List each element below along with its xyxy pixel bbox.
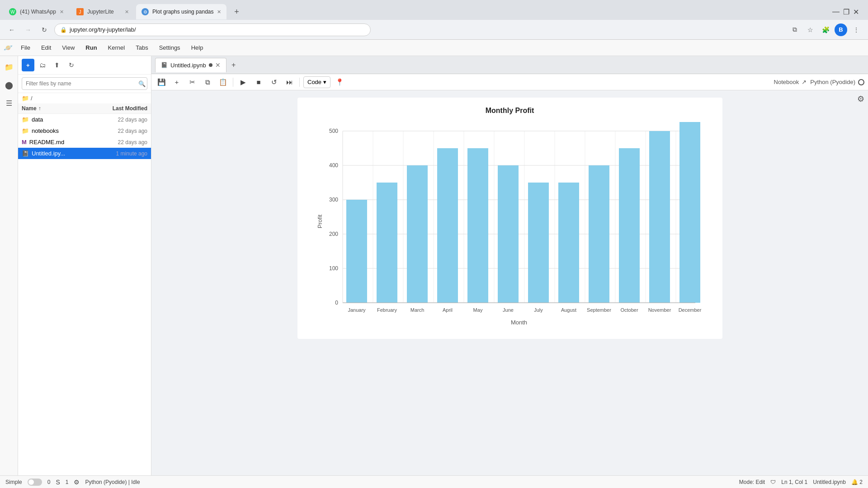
skip-button[interactable]: ⏭ [283,76,296,89]
name-column-header[interactable]: Name ↑ [22,105,93,112]
add-cell-button[interactable]: + [170,76,183,89]
lock-icon: 🔒 [60,27,67,33]
paste-button[interactable]: 📋 [217,76,229,89]
file-date: 22 days ago [93,128,147,134]
svg-text:May: May [473,307,482,313]
extensions-icon[interactable]: 🧩 [819,23,832,36]
svg-rect-32 [528,183,549,303]
file-panel-toolbar: + + 🗂 ⬆ ↻ [18,56,151,75]
kernel-label[interactable]: Notebook ↗ [774,79,807,85]
svg-text:February: February [377,307,397,313]
svg-rect-34 [589,165,609,303]
minimize-button[interactable]: — [832,8,840,16]
svg-text:April: April [442,307,452,313]
notebook-tab-untitled[interactable]: 📓 Untitled.ipynb ✕ [155,58,226,72]
svg-text:0: 0 [335,300,338,306]
svg-rect-36 [649,131,670,303]
window-controls: — ❐ ✕ [832,8,864,16]
file-list: 📁 data 22 days ago 📁 notebooks 22 days a… [18,114,151,475]
chevron-down-icon: ▾ [323,79,326,85]
one-count: 1 [66,479,69,485]
nb-divider-1 [233,78,233,87]
kernel-name: Python (Pyodide) [810,79,864,85]
address-bar-row: ← → ↻ 🔒 jupyter.org/try-jupyter/lab/ ⧉ ☆… [0,20,868,40]
svg-text:August: August [561,307,576,313]
location-button[interactable]: 📍 [333,76,346,89]
menu-item-help[interactable]: Help [187,42,208,53]
cell-type-selector[interactable]: Code ▾ [303,76,330,88]
address-bar[interactable]: 🔒 jupyter.org/try-jupyter/lab/ [54,23,371,36]
address-bar-actions: ⧉ ☆ 🧩 B ⋮ [788,23,863,36]
tab-bar: W (41) WhatsApp ✕ J JupyterLite ✕ ⚙ Plot… [0,0,868,20]
file-date: 22 days ago [93,117,147,123]
tab-pandas[interactable]: ⚙ Plot graphs using pandas ✕ [136,4,226,19]
reload-button[interactable]: ↻ [38,23,51,36]
sort-indicator: ↑ [38,105,41,112]
back-button[interactable]: ← [5,23,18,36]
search-icon: 🔍 [138,80,146,87]
bookmark-icon[interactable]: ☆ [804,23,816,36]
app-logo: 🪐 [4,43,13,52]
save-button[interactable]: 💾 [155,76,168,89]
menu-item-view[interactable]: View [57,42,79,53]
file-row-notebooks[interactable]: 📁 notebooks 22 days ago [18,125,151,136]
svg-rect-33 [558,183,579,303]
notebook-content: ⚙ Monthly Profit [151,90,868,475]
refresh-button[interactable]: ↻ [65,59,78,71]
sidebar-icon-running[interactable]: ⬤ [2,78,16,92]
menu-button[interactable]: ⋮ [850,23,863,36]
svg-rect-28 [407,165,428,303]
file-row-data[interactable]: 📁 data 22 days ago [18,114,151,125]
markdown-icon: M [22,139,27,145]
new-folder-button[interactable]: 🗂 [36,59,49,71]
stop-button[interactable]: ■ [252,76,265,89]
sidebar-icon-commands[interactable]: ☰ [2,96,16,110]
search-input[interactable] [22,77,147,90]
chart-container: Monthly Profit [297,98,722,339]
jupyterlite-tab-close[interactable]: ✕ [125,9,129,15]
notebook-tab-close[interactable]: ✕ [215,61,221,69]
cut-button[interactable]: ✂ [186,76,198,89]
jupyterlite-tab-label: JupyterLite [87,9,114,15]
settings-gear[interactable]: ⚙ [857,94,864,104]
breadcrumb: 📁 / [18,93,151,103]
simple-toggle[interactable] [28,479,42,486]
kernel-status-icon [858,79,864,85]
menu-item-file[interactable]: File [16,42,35,53]
restart-button[interactable]: ↺ [268,76,280,89]
menu-item-run[interactable]: Run [81,42,101,53]
chart-title: Monthly Profit [307,107,713,115]
pandas-tab-close[interactable]: ✕ [217,9,221,15]
position: Ln 1, Col 1 [781,479,807,485]
tab-jupyterlite[interactable]: J JupyterLite ✕ [71,4,134,19]
whatsapp-tab-close[interactable]: ✕ [60,9,64,15]
close-button[interactable]: ✕ [853,8,859,16]
menu-item-settings[interactable]: Settings [155,42,185,53]
file-row-readme[interactable]: M README.md 22 days ago [18,136,151,148]
menu-item-edit[interactable]: Edit [37,42,56,53]
maximize-button[interactable]: ❐ [843,8,849,16]
screen-cast-icon[interactable]: ⧉ [788,23,801,36]
svg-rect-35 [619,148,640,303]
svg-text:Profit: Profit [316,214,323,228]
tab-whatsapp[interactable]: W (41) WhatsApp ✕ [4,4,69,19]
notebook-filename: Untitled.ipynb [813,479,846,485]
new-file-button[interactable]: + + [22,59,34,71]
run-button[interactable]: ▶ [237,76,250,89]
whatsapp-tab-label: (41) WhatsApp [20,9,56,15]
browser-chrome: W (41) WhatsApp ✕ J JupyterLite ✕ ⚙ Plot… [0,0,868,40]
settings-cog[interactable]: ⚙ [74,479,80,486]
menu-item-kernel[interactable]: Kernel [104,42,130,53]
new-tab-button[interactable]: + [230,5,243,18]
menu-item-tabs[interactable]: Tabs [131,42,152,53]
profile-button[interactable]: B [835,23,847,36]
notebook-tabs: 📓 Untitled.ipynb ✕ + [151,56,868,74]
notification-count: 🔔 2 [851,479,863,485]
add-tab-button[interactable]: + [228,60,239,70]
forward-button[interactable]: → [22,23,34,36]
file-row-untitled[interactable]: 📓 Untitled.ipy... 1 minute ago [18,148,151,159]
copy-button[interactable]: ⧉ [201,76,214,89]
chart-svg: 0 100 200 300 400 500 Profit [307,122,713,330]
upload-button[interactable]: ⬆ [51,59,63,71]
sidebar-icon-files[interactable]: 📁 [2,60,16,74]
